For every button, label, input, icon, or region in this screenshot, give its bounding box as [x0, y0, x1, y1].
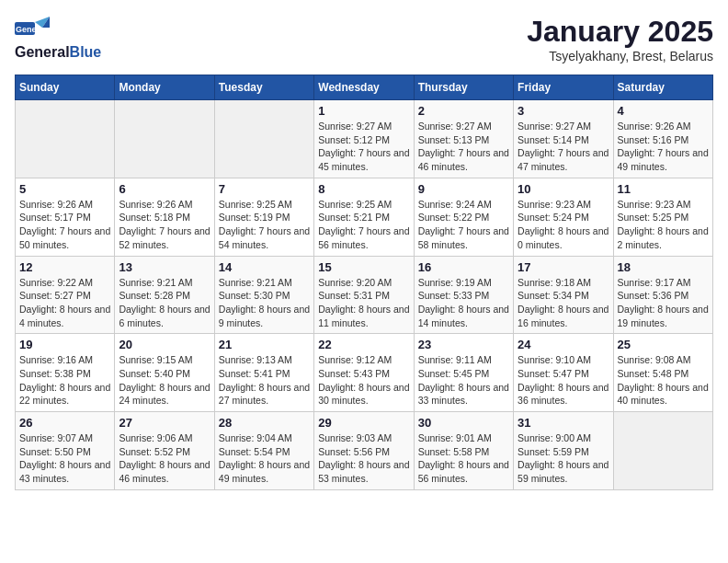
logo-icon: General: [15, 15, 51, 42]
day-info: Sunrise: 9:19 AMSunset: 5:33 PMDaylight:…: [418, 276, 509, 330]
logo-blue-text: Blue: [70, 44, 102, 61]
calendar-day-header: Sunday: [16, 75, 115, 100]
calendar-cell: 15Sunrise: 9:20 AMSunset: 5:31 PMDayligh…: [314, 256, 414, 334]
calendar-cell: 13Sunrise: 9:21 AMSunset: 5:28 PMDayligh…: [115, 256, 214, 334]
calendar-cell: 1Sunrise: 9:27 AMSunset: 5:12 PMDaylight…: [314, 100, 414, 178]
day-number: 14: [219, 260, 310, 274]
day-number: 30: [418, 416, 509, 430]
day-number: 31: [518, 416, 609, 430]
calendar-cell: 23Sunrise: 9:11 AMSunset: 5:45 PMDayligh…: [414, 334, 513, 412]
day-info: Sunrise: 9:24 AMSunset: 5:22 PMDaylight:…: [418, 198, 509, 252]
calendar-cell: 4Sunrise: 9:26 AMSunset: 5:16 PMDaylight…: [613, 100, 712, 178]
day-info: Sunrise: 9:16 AMSunset: 5:38 PMDaylight:…: [19, 353, 110, 408]
calendar-day-header: Tuesday: [214, 75, 313, 100]
calendar-cell: 19Sunrise: 9:16 AMSunset: 5:38 PMDayligh…: [16, 334, 115, 412]
calendar-cell: 29Sunrise: 9:03 AMSunset: 5:56 PMDayligh…: [314, 412, 414, 490]
day-info: Sunrise: 9:13 AMSunset: 5:41 PMDaylight:…: [219, 353, 310, 408]
calendar-week-row: 19Sunrise: 9:16 AMSunset: 5:38 PMDayligh…: [16, 334, 713, 412]
day-number: 9: [418, 182, 509, 196]
calendar-cell: 3Sunrise: 9:27 AMSunset: 5:14 PMDaylight…: [514, 100, 613, 178]
day-number: 25: [618, 338, 709, 351]
calendar-cell: 20Sunrise: 9:15 AMSunset: 5:40 PMDayligh…: [115, 334, 214, 412]
calendar-cell: 22Sunrise: 9:12 AMSunset: 5:43 PMDayligh…: [314, 334, 414, 412]
day-info: Sunrise: 9:15 AMSunset: 5:40 PMDaylight:…: [119, 353, 210, 408]
day-info: Sunrise: 9:26 AMSunset: 5:18 PMDaylight:…: [119, 198, 210, 252]
day-info: Sunrise: 9:27 AMSunset: 5:12 PMDaylight:…: [318, 120, 409, 174]
day-info: Sunrise: 9:27 AMSunset: 5:14 PMDaylight:…: [518, 120, 609, 174]
calendar-cell: 10Sunrise: 9:23 AMSunset: 5:24 PMDayligh…: [514, 178, 613, 256]
day-info: Sunrise: 9:18 AMSunset: 5:34 PMDaylight:…: [518, 276, 609, 330]
day-number: 20: [119, 338, 210, 351]
day-info: Sunrise: 9:06 AMSunset: 5:52 PMDaylight:…: [119, 431, 210, 486]
calendar-day-header: Wednesday: [314, 75, 414, 100]
calendar-cell: 7Sunrise: 9:25 AMSunset: 5:19 PMDaylight…: [214, 178, 313, 256]
day-info: Sunrise: 9:23 AMSunset: 5:25 PMDaylight:…: [618, 198, 709, 252]
day-number: 16: [418, 260, 509, 274]
page-header: General General Blue January 2025 Tsyely…: [15, 15, 713, 63]
day-info: Sunrise: 9:20 AMSunset: 5:31 PMDaylight:…: [318, 276, 409, 330]
day-number: 19: [19, 338, 110, 351]
calendar-cell: 16Sunrise: 9:19 AMSunset: 5:33 PMDayligh…: [414, 256, 513, 334]
day-info: Sunrise: 9:26 AMSunset: 5:16 PMDaylight:…: [618, 120, 709, 174]
calendar-cell: 27Sunrise: 9:06 AMSunset: 5:52 PMDayligh…: [115, 412, 214, 490]
day-info: Sunrise: 9:26 AMSunset: 5:17 PMDaylight:…: [19, 198, 110, 252]
day-info: Sunrise: 9:10 AMSunset: 5:47 PMDaylight:…: [518, 353, 609, 408]
day-info: Sunrise: 9:11 AMSunset: 5:45 PMDaylight:…: [418, 353, 509, 408]
day-info: Sunrise: 9:17 AMSunset: 5:36 PMDaylight:…: [618, 276, 709, 330]
day-info: Sunrise: 9:00 AMSunset: 5:59 PMDaylight:…: [518, 431, 609, 486]
calendar-cell: 24Sunrise: 9:10 AMSunset: 5:47 PMDayligh…: [514, 334, 613, 412]
day-info: Sunrise: 9:25 AMSunset: 5:21 PMDaylight:…: [318, 198, 409, 252]
calendar-header-row: SundayMondayTuesdayWednesdayThursdayFrid…: [16, 75, 713, 100]
calendar-cell: [16, 100, 115, 178]
calendar-cell: 30Sunrise: 9:01 AMSunset: 5:58 PMDayligh…: [414, 412, 513, 490]
day-number: 1: [318, 104, 409, 118]
calendar-week-row: 1Sunrise: 9:27 AMSunset: 5:12 PMDaylight…: [16, 100, 713, 178]
day-info: Sunrise: 9:21 AMSunset: 5:28 PMDaylight:…: [119, 276, 210, 330]
day-number: 5: [19, 182, 110, 196]
calendar-cell: 9Sunrise: 9:24 AMSunset: 5:22 PMDaylight…: [414, 178, 513, 256]
calendar-cell: 26Sunrise: 9:07 AMSunset: 5:50 PMDayligh…: [16, 412, 115, 490]
day-number: 23: [418, 338, 509, 351]
day-number: 28: [219, 416, 310, 430]
calendar-week-row: 12Sunrise: 9:22 AMSunset: 5:27 PMDayligh…: [16, 256, 713, 334]
day-number: 13: [119, 260, 210, 274]
calendar-cell: [613, 412, 712, 490]
calendar-day-header: Monday: [115, 75, 214, 100]
day-number: 3: [518, 104, 609, 118]
day-info: Sunrise: 9:22 AMSunset: 5:27 PMDaylight:…: [19, 276, 110, 330]
day-info: Sunrise: 9:03 AMSunset: 5:56 PMDaylight:…: [318, 431, 409, 486]
calendar-cell: 2Sunrise: 9:27 AMSunset: 5:13 PMDaylight…: [414, 100, 513, 178]
day-number: 6: [119, 182, 210, 196]
calendar-cell: 14Sunrise: 9:21 AMSunset: 5:30 PMDayligh…: [214, 256, 313, 334]
day-number: 17: [518, 260, 609, 274]
day-info: Sunrise: 9:12 AMSunset: 5:43 PMDaylight:…: [318, 353, 409, 408]
day-info: Sunrise: 9:21 AMSunset: 5:30 PMDaylight:…: [219, 276, 310, 330]
day-info: Sunrise: 9:27 AMSunset: 5:13 PMDaylight:…: [418, 120, 509, 174]
day-info: Sunrise: 9:07 AMSunset: 5:50 PMDaylight:…: [19, 431, 110, 486]
calendar-week-row: 5Sunrise: 9:26 AMSunset: 5:17 PMDaylight…: [16, 178, 713, 256]
day-info: Sunrise: 9:01 AMSunset: 5:58 PMDaylight:…: [418, 431, 509, 486]
day-info: Sunrise: 9:08 AMSunset: 5:48 PMDaylight:…: [618, 353, 709, 408]
calendar-cell: 5Sunrise: 9:26 AMSunset: 5:17 PMDaylight…: [16, 178, 115, 256]
calendar-cell: 28Sunrise: 9:04 AMSunset: 5:54 PMDayligh…: [214, 412, 313, 490]
day-number: 29: [318, 416, 409, 430]
calendar-cell: 11Sunrise: 9:23 AMSunset: 5:25 PMDayligh…: [613, 178, 712, 256]
calendar-cell: 17Sunrise: 9:18 AMSunset: 5:34 PMDayligh…: [514, 256, 613, 334]
title-block: January 2025 Tsyelyakhany, Brest, Belaru…: [527, 15, 713, 63]
day-number: 18: [618, 260, 709, 274]
calendar-day-header: Thursday: [414, 75, 513, 100]
day-number: 11: [618, 182, 709, 196]
calendar-cell: 12Sunrise: 9:22 AMSunset: 5:27 PMDayligh…: [16, 256, 115, 334]
calendar-cell: 31Sunrise: 9:00 AMSunset: 5:59 PMDayligh…: [514, 412, 613, 490]
calendar-cell: 8Sunrise: 9:25 AMSunset: 5:21 PMDaylight…: [314, 178, 414, 256]
day-number: 7: [219, 182, 310, 196]
page-subtitle: Tsyelyakhany, Brest, Belarus: [527, 49, 713, 63]
day-number: 24: [518, 338, 609, 351]
calendar-cell: 25Sunrise: 9:08 AMSunset: 5:48 PMDayligh…: [613, 334, 712, 412]
calendar-table: SundayMondayTuesdayWednesdayThursdayFrid…: [15, 75, 713, 490]
day-number: 21: [219, 338, 310, 351]
calendar-cell: 21Sunrise: 9:13 AMSunset: 5:41 PMDayligh…: [214, 334, 313, 412]
day-number: 8: [318, 182, 409, 196]
page-title: January 2025: [527, 15, 713, 49]
logo-general-text: General: [15, 44, 70, 61]
